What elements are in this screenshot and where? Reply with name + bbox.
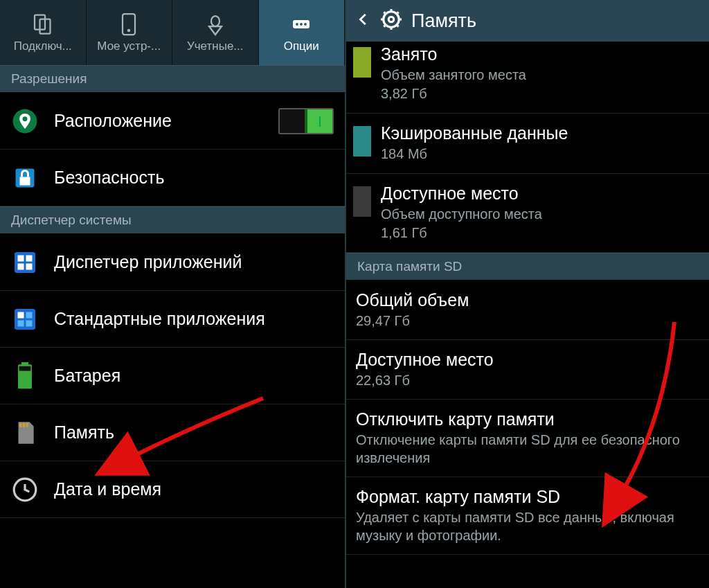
settings-item-label: Расположение (54, 111, 278, 131)
settings-item-location[interactable]: Расположение (0, 93, 345, 150)
svg-point-10 (23, 116, 28, 121)
tab-label: Опции (284, 39, 319, 53)
tab-my-device[interactable]: Мое устр-... (87, 0, 173, 65)
color-swatch (353, 186, 371, 217)
tab-accounts[interactable]: Учетные... (172, 0, 259, 65)
svg-rect-21 (18, 320, 24, 326)
svg-point-8 (304, 23, 307, 26)
tab-options[interactable]: Опции (259, 0, 345, 65)
gear-icon (381, 9, 402, 33)
svg-rect-27 (23, 422, 25, 427)
settings-item-datetime[interactable]: Дата и время (0, 461, 345, 518)
battery-icon (11, 362, 39, 390)
sd-row-unmount[interactable]: Отключить карту памяти Отключение карты … (346, 400, 709, 477)
settings-item-label: Дата и время (54, 479, 334, 499)
svg-rect-16 (18, 263, 24, 269)
location-icon (11, 107, 39, 135)
svg-rect-20 (26, 312, 33, 318)
row-title: Отключить карту памяти (356, 409, 699, 429)
clock-icon (11, 476, 39, 504)
settings-item-battery[interactable]: Батарея (0, 348, 345, 404)
header-bar: Память (346, 0, 709, 42)
sd-row-total[interactable]: Общий объем 29,47 Гб (346, 280, 709, 340)
svg-point-6 (296, 23, 298, 26)
settings-item-label: Стандартные приложения (54, 309, 334, 329)
storage-row-cached[interactable]: Кэшированные данные 184 Мб (346, 114, 709, 174)
top-tabs: Подключ... Мое устр-... Учетные... Опции (0, 0, 345, 65)
svg-point-7 (300, 23, 303, 26)
settings-item-label: Безопасность (54, 168, 334, 188)
settings-item-app-manager[interactable]: Диспетчер приложений (0, 234, 345, 291)
settings-item-security[interactable]: Безопасность (0, 150, 345, 206)
svg-rect-28 (26, 422, 28, 427)
storage-row-available[interactable]: Доступное место Объем доступного места1,… (346, 174, 709, 253)
storage-sub: Объем занятого места3,82 Гб (381, 66, 702, 103)
storage-row-used[interactable]: Занято Объем занятого места3,82 Гб (346, 42, 709, 114)
apps-icon (11, 249, 39, 276)
options-icon (289, 12, 314, 37)
location-toggle[interactable] (278, 108, 334, 134)
sd-row-format[interactable]: Формат. карту памяти SD Удаляет с карты … (346, 477, 709, 555)
settings-item-label: Диспетчер приложений (54, 252, 334, 272)
svg-rect-17 (26, 263, 33, 269)
svg-point-4 (211, 16, 219, 26)
lock-icon (11, 164, 39, 192)
storage-title: Кэшированные данные (381, 123, 702, 143)
memory-screen: Память Занято Объем занятого места3,82 Г… (346, 0, 709, 588)
accounts-icon (203, 12, 228, 37)
svg-rect-25 (19, 366, 31, 371)
row-title: Формат. карту памяти SD (356, 487, 699, 507)
tab-label: Учетные... (187, 39, 244, 53)
row-title: Общий объем (356, 290, 699, 310)
settings-screen: Подключ... Мое устр-... Учетные... Опции… (0, 0, 346, 588)
color-swatch (353, 126, 371, 157)
settings-item-default-apps[interactable]: Стандартные приложения (0, 291, 345, 348)
storage-sub: Объем доступного места1,61 Гб (381, 205, 702, 242)
row-sub: Удаляет с карты памяти SD все данные, вк… (356, 508, 699, 544)
svg-rect-19 (18, 312, 24, 318)
svg-point-31 (388, 17, 394, 22)
page-title: Память (411, 10, 476, 32)
svg-rect-22 (26, 320, 33, 326)
back-button[interactable] (356, 12, 371, 30)
tab-connections[interactable]: Подключ... (0, 0, 87, 65)
section-header-sd: Карта памяти SD (346, 253, 709, 280)
svg-rect-12 (20, 177, 30, 185)
connections-icon (30, 12, 55, 37)
row-title: Доступное место (356, 350, 699, 370)
settings-item-label: Память (54, 422, 334, 443)
svg-rect-14 (18, 255, 24, 261)
memory-icon (11, 419, 39, 447)
storage-title: Доступное место (381, 184, 702, 204)
section-header-system: Диспетчер системы (0, 206, 345, 234)
svg-rect-15 (26, 255, 33, 261)
sd-row-available[interactable]: Доступное место 22,63 Гб (346, 340, 709, 400)
storage-title: Занято (381, 44, 702, 64)
settings-item-memory[interactable]: Память (0, 404, 345, 461)
row-sub: 29,47 Гб (356, 312, 699, 330)
svg-point-3 (127, 29, 131, 33)
settings-item-label: Батарея (54, 366, 334, 386)
row-sub: 22,63 Гб (356, 371, 699, 389)
tab-label: Подключ... (14, 39, 72, 53)
section-header-permissions: Разрешения (0, 65, 345, 93)
tab-label: Мое устр-... (97, 39, 161, 53)
default-apps-icon (11, 305, 39, 333)
device-icon (116, 12, 141, 37)
color-swatch (353, 47, 371, 78)
svg-rect-26 (19, 422, 21, 427)
row-sub: Отключение карты памяти SD для ее безопа… (356, 431, 699, 467)
storage-sub: 184 Мб (381, 145, 702, 163)
